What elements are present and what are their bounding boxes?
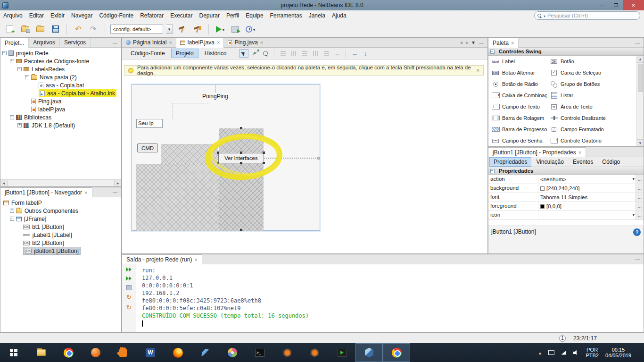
collapse-icon[interactable] <box>17 67 22 71</box>
taskbar-netbeans[interactable] <box>355 343 383 362</box>
scrollbar-thumb[interactable] <box>638 64 643 92</box>
quick-search[interactable] <box>534 11 640 20</box>
taskbar-paint-app[interactable] <box>219 343 246 362</box>
menu-codigo-fonte[interactable]: Código-Fonte <box>96 10 137 21</box>
tab-list-dropdown-icon[interactable] <box>472 39 475 46</box>
rerun-with-options-icon[interactable] <box>126 276 132 281</box>
config-select[interactable]: <config. default> <box>110 25 163 34</box>
align-right-icon[interactable] <box>322 49 331 58</box>
property-value-icon[interactable] <box>538 211 636 219</box>
scroll-tabs-left-icon[interactable] <box>460 39 462 46</box>
tab-vinculacao[interactable]: Vinculação <box>532 157 568 167</box>
tree-item-bt2[interactable]: bt2 [JButton] <box>0 239 121 247</box>
collapse-icon[interactable] <box>10 59 14 63</box>
palette-section-header[interactable]: Controles Swing <box>488 48 644 56</box>
auto-resize-vertical-icon[interactable] <box>361 49 370 58</box>
close-tab-icon[interactable] <box>194 255 197 264</box>
collapse-icon[interactable] <box>10 115 14 119</box>
design-scrollpane-placeholder[interactable] <box>219 128 264 231</box>
menu-equipe[interactable]: Equipe <box>242 10 266 21</box>
selection-handle[interactable] <box>240 127 242 129</box>
palette-item-botao[interactable]: Botão <box>547 56 636 67</box>
taskbar-quill-app[interactable] <box>191 343 219 362</box>
connection-mode-icon[interactable] <box>250 49 259 58</box>
menu-janela[interactable]: Janela <box>305 10 329 21</box>
design-label-poingping[interactable]: PoingPing <box>202 93 228 100</box>
taskbar-dark-app[interactable] <box>328 343 355 362</box>
palette-item-controle-deslizante[interactable]: Controle Deslizante <box>547 112 636 124</box>
close-window-button[interactable] <box>623 0 644 10</box>
view-design-button[interactable]: Projeto <box>171 49 198 58</box>
selection-handle[interactable] <box>240 162 242 164</box>
palette-item-listar[interactable]: Listar <box>547 90 636 101</box>
palette-item-caixa-combinacao[interactable]: Caixa de Combinação <box>488 90 547 101</box>
clean-build-button[interactable] <box>191 23 203 35</box>
tab-pagina-inicial[interactable]: Página Inicial <box>122 38 176 48</box>
profile-dropdown-icon[interactable] <box>252 26 256 33</box>
config-select-arrow-icon[interactable] <box>166 25 173 34</box>
taskbar-chrome-2[interactable] <box>383 343 410 362</box>
palette-item-botao-radio[interactable]: Botão de Rádio <box>488 78 547 90</box>
palette-item-caixa-selecao[interactable]: Caixa de Seleção <box>547 67 636 78</box>
close-hint-icon[interactable] <box>476 67 479 73</box>
open-project-button[interactable] <box>34 23 46 35</box>
tree-item-form-labelp[interactable]: Form labelP <box>0 199 121 207</box>
tree-item-bt1[interactable]: bt1 [JButton] <box>0 223 121 231</box>
clock[interactable]: 00:15 04/05/2019 <box>605 347 631 358</box>
maximize-window-button[interactable] <box>609 0 623 10</box>
taskbar-nox-2[interactable] <box>301 343 328 362</box>
refresh-icon[interactable] <box>126 304 132 311</box>
view-source-button[interactable]: Código-Fonte <box>126 49 170 58</box>
ellipsis-button[interactable] <box>636 193 644 202</box>
expand-icon[interactable] <box>17 123 22 127</box>
new-file-button[interactable] <box>4 23 16 35</box>
tree-item-labelp-java[interactable]: labelP.java <box>0 105 121 113</box>
profile-project-button[interactable] <box>244 23 256 35</box>
save-all-button[interactable] <box>49 23 61 35</box>
display-tray-icon[interactable] <box>548 350 554 355</box>
close-tab-icon[interactable] <box>578 148 581 157</box>
palette-item-campo-senha[interactable]: Campo de Senha <box>488 135 547 146</box>
selection-handle[interactable] <box>263 162 265 164</box>
new-project-button[interactable] <box>19 23 31 35</box>
design-textarea-placeholder[interactable] <box>161 144 218 164</box>
tab-ping-java[interactable]: Ping.java <box>224 38 267 48</box>
tab-labelp-java[interactable]: labelP.java <box>176 38 224 48</box>
palette-item-campo-formatado[interactable]: Campo Formatado <box>547 124 636 135</box>
tab-palette[interactable]: Paleta <box>488 38 519 48</box>
menu-ajuda[interactable]: Ajuda <box>329 10 350 21</box>
tab-eventos[interactable]: Eventos <box>569 157 597 167</box>
undo-button[interactable] <box>72 23 84 35</box>
menu-refatorar[interactable]: Refatorar <box>137 10 167 21</box>
tree-item-jdk[interactable]: JDK 1.8 (Default) <box>0 121 121 129</box>
taskbar-orange-app[interactable] <box>82 343 109 362</box>
close-tab-icon[interactable] <box>260 39 263 46</box>
menu-exibir[interactable]: Exibir <box>47 10 68 21</box>
collapse-icon[interactable] <box>490 50 495 54</box>
taskbar-hand-app[interactable] <box>109 343 137 362</box>
collapse-icon[interactable] <box>2 51 7 55</box>
tree-item-asa-copia-bat-atalho[interactable]: asa - Copia.bat - Atalho.lnk <box>0 89 121 97</box>
notification-badge[interactable]: 1 <box>559 335 566 342</box>
property-value-background[interactable]: [240,240,240] <box>538 184 636 193</box>
menu-depurar[interactable]: Depurar <box>196 10 223 21</box>
tab-services[interactable]: Serviços <box>60 38 91 48</box>
design-textfield-seu-ip[interactable]: Seu ip <box>136 119 163 128</box>
palette-item-botao-alternar[interactable]: Botão Alternar <box>488 67 547 78</box>
properties-section-header[interactable]: Propriedades <box>488 167 644 175</box>
rerun-icon[interactable] <box>126 267 132 272</box>
collapse-icon[interactable] <box>490 169 495 173</box>
selection-handle[interactable] <box>263 152 265 154</box>
align-top-icon[interactable] <box>289 49 298 58</box>
taskbar-file-explorer[interactable] <box>27 343 55 362</box>
dropdown-icon[interactable] <box>632 177 635 181</box>
maximize-editor-icon[interactable] <box>478 39 485 46</box>
tab-projects[interactable]: Projet... <box>0 38 29 48</box>
tree-item-bibliotecas[interactable]: Bibliotecas <box>0 113 121 121</box>
taskbar-word[interactable] <box>137 343 164 362</box>
scroll-tabs-right-icon[interactable] <box>466 39 469 46</box>
tree-item-jbutton1[interactable]: jButton1 [JButton] <box>0 247 121 255</box>
same-size-horizontal-icon[interactable] <box>332 49 342 58</box>
collapse-icon[interactable] <box>25 75 29 79</box>
collapse-icon[interactable] <box>10 217 14 221</box>
